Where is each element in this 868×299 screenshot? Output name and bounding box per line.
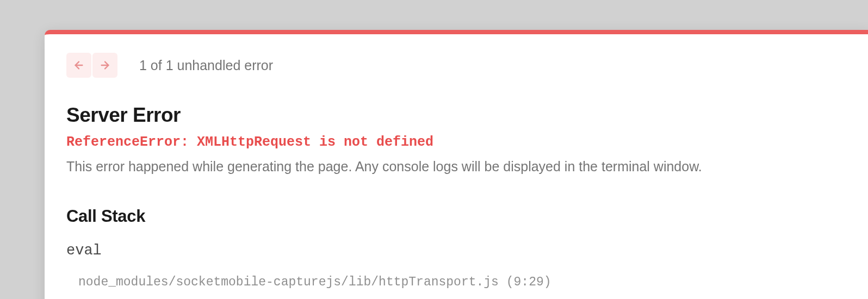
stack-frame-function: eval <box>66 242 850 259</box>
stack-frame-location: node_modules/socketmobile-capturejs/lib/… <box>66 275 850 289</box>
arrow-left-icon <box>73 59 85 71</box>
previous-error-button[interactable] <box>66 53 91 78</box>
callstack-title: Call Stack <box>66 207 850 226</box>
arrow-right-icon <box>99 59 111 71</box>
error-counter: 1 of 1 unhandled error <box>139 58 273 73</box>
error-description: This error happened while generating the… <box>66 158 850 176</box>
next-error-button[interactable] <box>92 53 117 78</box>
error-overlay-panel: 1 of 1 unhandled error Server Error Refe… <box>45 30 868 299</box>
error-title: Server Error <box>66 104 850 127</box>
error-nav-row: 1 of 1 unhandled error <box>66 53 850 78</box>
error-nav-buttons <box>66 53 117 78</box>
error-message: ReferenceError: XMLHttpRequest is not de… <box>66 134 850 150</box>
